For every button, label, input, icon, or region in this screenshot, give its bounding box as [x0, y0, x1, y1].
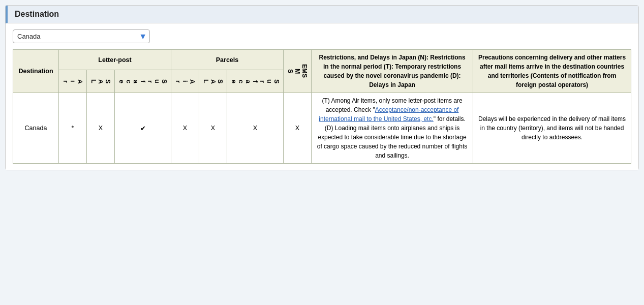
col-precautions: Precautions concerning delivery and othe…	[473, 50, 631, 93]
col-group-letterpost: Letter-post	[59, 50, 171, 70]
col-destination: Destination	[13, 50, 59, 93]
section-header: Destination	[6, 6, 638, 23]
col-lp-surface: Surface	[115, 70, 171, 93]
row-ems: X	[284, 93, 312, 164]
destination-select[interactable]: CanadaUnited StatesUnited KingdomAustral…	[13, 29, 150, 43]
content-area: CanadaUnited StatesUnited KingdomAustral…	[6, 23, 638, 170]
row-lp-surface: ✔	[115, 93, 171, 164]
destinations-table: Destination Letter-post Parcels EMS M S …	[13, 49, 631, 164]
row-parcel-sal: X	[199, 93, 227, 164]
table-row: Canada * X ✔ X X X X (T) Among Air items…	[13, 93, 631, 164]
destination-select-wrapper[interactable]: CanadaUnited StatesUnited KingdomAustral…	[13, 29, 150, 43]
row-restrictions: (T) Among Air items, only some letter-po…	[312, 93, 473, 164]
col-lp-sal: SAL	[87, 70, 115, 93]
page-container: Destination CanadaUnited StatesUnited Ki…	[5, 5, 639, 170]
col-ems: EMS M S	[284, 50, 312, 93]
row-parcel-air: X	[171, 93, 199, 164]
col-lp-air: Air	[59, 70, 87, 93]
col-restrictions: Restrictions, and Delays in Japan (N): R…	[312, 50, 473, 93]
row-parcel-surface: X	[227, 93, 284, 164]
col-group-parcels: Parcels	[171, 50, 284, 70]
col-parcel-surface: Surface	[227, 70, 284, 93]
col-parcel-sal: SAL	[199, 70, 227, 93]
row-destination: Canada	[13, 93, 59, 164]
page-title: Destination	[15, 10, 59, 19]
row-precautions: Delays will be experienced in the delive…	[473, 93, 631, 164]
row-lp-air: *	[59, 93, 87, 164]
row-lp-sal: X	[87, 93, 115, 164]
col-parcel-air: Air	[171, 70, 199, 93]
